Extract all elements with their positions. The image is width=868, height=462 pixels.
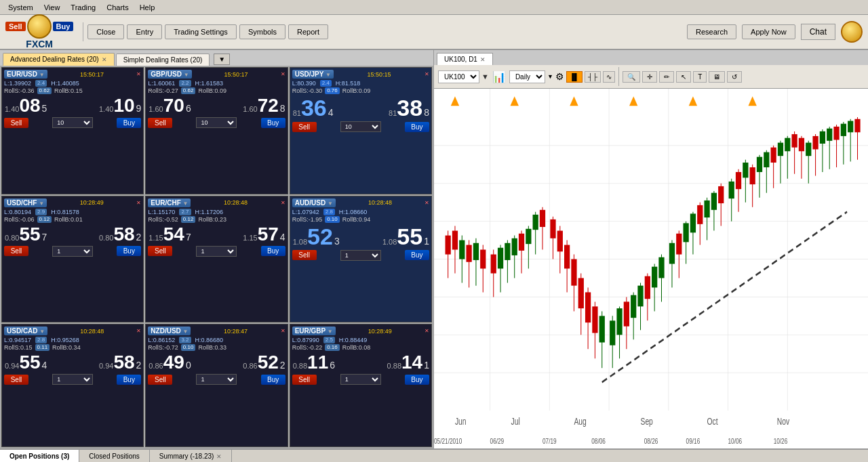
symbol-label[interactable]: GBP/USD ▼ xyxy=(148,70,191,79)
symbol-label[interactable]: AUD/USD ▼ xyxy=(292,198,336,207)
apply-now-button[interactable]: Apply Now xyxy=(742,24,795,39)
qty-select[interactable]: 1 xyxy=(52,246,93,257)
research-button[interactable]: Research xyxy=(687,24,736,39)
sell-button[interactable]: Sell xyxy=(4,118,28,128)
tab-simple-dealing-rates[interactable]: Simple Dealing Rates (20) xyxy=(116,54,210,66)
menu-charts[interactable]: Charts xyxy=(101,2,134,13)
sell-button[interactable]: Sell xyxy=(148,118,172,128)
rate-time: 15:50:15 xyxy=(367,71,391,78)
sell-button[interactable]: Sell xyxy=(4,246,28,256)
text-btn[interactable]: T xyxy=(693,71,707,83)
menu-trading[interactable]: Trading xyxy=(65,2,101,13)
tab-summary[interactable]: Summary (-18.23) ✕ xyxy=(150,450,233,462)
rates-options-button[interactable]: ▼ xyxy=(214,54,230,65)
buy-button[interactable]: Buy xyxy=(117,246,141,256)
zoom-btn[interactable]: 🔍 xyxy=(623,71,640,83)
svg-rect-55 xyxy=(550,219,555,238)
tab-advanced-close[interactable]: ✕ xyxy=(102,56,107,63)
rate-close-btn[interactable]: ✕ xyxy=(425,200,429,206)
trading-settings-button[interactable]: Trading Settings xyxy=(165,24,237,39)
qty-select[interactable]: 10 xyxy=(196,117,237,128)
dealing-rates-tabs: Advanced Dealing Rates (20) ✕ Simple Dea… xyxy=(0,50,433,66)
draw-btn[interactable]: ✏ xyxy=(659,71,674,83)
symbols-button[interactable]: Symbols xyxy=(239,24,285,39)
close-button[interactable]: Close xyxy=(87,24,124,39)
cursor-btn[interactable]: ↖ xyxy=(676,71,691,83)
rate-close-btn[interactable]: ✕ xyxy=(136,200,141,206)
gold-circle-button[interactable] xyxy=(841,21,863,43)
tab-advanced-dealing-rates[interactable]: Advanced Dealing Rates (20) ✕ xyxy=(3,53,115,66)
rate-close-btn[interactable]: ✕ xyxy=(425,328,429,334)
timeframe-select[interactable]: Daily xyxy=(509,70,545,83)
entry-button[interactable]: Entry xyxy=(127,24,162,39)
rate-close-btn[interactable]: ✕ xyxy=(281,71,285,77)
refresh-btn[interactable]: ↺ xyxy=(727,71,742,83)
symbol-select[interactable]: UK100 xyxy=(438,70,479,83)
menu-system[interactable]: System xyxy=(3,2,39,13)
tab-uk100[interactable]: UK100, D1 ✕ xyxy=(437,53,493,65)
svg-text:Sep: Sep xyxy=(641,417,653,427)
sell-button[interactable]: Sell xyxy=(148,246,172,256)
svg-rect-61 xyxy=(571,259,576,286)
sell-button[interactable]: Sell xyxy=(292,122,317,132)
monitor-btn[interactable]: 🖥 xyxy=(709,71,725,83)
buy-button[interactable]: Buy xyxy=(261,375,285,385)
qty-select[interactable]: 1 xyxy=(196,374,237,385)
summary-close[interactable]: ✕ xyxy=(216,453,222,460)
sell-button[interactable]: Sell xyxy=(292,375,317,385)
sell-badge[interactable]: Sell xyxy=(5,22,26,31)
symbol-label[interactable]: USD/CAD ▼ xyxy=(4,327,47,335)
sell-button[interactable]: Sell xyxy=(292,250,317,260)
sell-price-block: 1.60 70 6 xyxy=(148,96,191,115)
qty-select[interactable]: 1 xyxy=(340,250,381,261)
symbol-label[interactable]: EUR/USD ▼ xyxy=(4,70,47,79)
symbol-label[interactable]: EUR/GBP ▼ xyxy=(292,327,336,335)
buy-button[interactable]: Buy xyxy=(405,375,429,385)
sell-button[interactable]: Sell xyxy=(4,375,28,385)
symbol-label[interactable]: NZD/USD ▼ xyxy=(148,327,191,335)
rate-card-audusd: AUD/USD ▼ 10:28:48 ✕ L:1.07942 2.8 H:1.0… xyxy=(290,196,432,323)
rate-close-btn[interactable]: ✕ xyxy=(281,328,285,334)
chart-tab-close[interactable]: ✕ xyxy=(480,56,486,63)
qty-select[interactable]: 1 xyxy=(340,374,381,385)
rate-close-btn[interactable]: ✕ xyxy=(425,71,429,77)
line-chart-btn[interactable]: ∿ xyxy=(603,71,615,83)
buy-button[interactable]: Buy xyxy=(261,118,285,128)
buy-button[interactable]: Buy xyxy=(405,250,429,260)
svg-rect-79 xyxy=(637,286,643,307)
sell-button[interactable]: Sell xyxy=(148,375,172,385)
menu-help[interactable]: Help xyxy=(134,2,161,13)
menu-view[interactable]: View xyxy=(39,2,66,13)
rate-close-btn[interactable]: ✕ xyxy=(136,328,141,334)
rate-time: 10:28:48 xyxy=(224,199,248,206)
buy-button[interactable]: Buy xyxy=(261,246,285,256)
qty-select[interactable]: 10 xyxy=(340,121,381,132)
chat-button[interactable]: Chat xyxy=(801,24,835,40)
right-panel: UK100, D1 ✕ UK100 ▼ 📊 Daily ▼ ⚙ ▐▌ ┤├ ∿ xyxy=(434,50,868,448)
qty-select[interactable]: 10 xyxy=(52,117,93,128)
chart-toolbar-sep1 xyxy=(618,67,619,86)
tab-closed-positions[interactable]: Closed Positions xyxy=(79,450,149,462)
bar-chart-btn[interactable]: ┤├ xyxy=(585,71,601,83)
buy-button[interactable]: Buy xyxy=(405,122,429,132)
buy-sell-row: Sell 1 Buy xyxy=(292,374,429,385)
buy-badge[interactable]: Buy xyxy=(53,22,74,31)
report-button[interactable]: Report xyxy=(288,24,328,39)
symbol-label[interactable]: USD/CHF ▼ xyxy=(4,198,47,207)
svg-rect-93 xyxy=(690,213,696,232)
left-panel: Advanced Dealing Rates (20) ✕ Simple Dea… xyxy=(0,50,434,448)
buy-button[interactable]: Buy xyxy=(117,118,141,128)
rate-close-btn[interactable]: ✕ xyxy=(281,200,285,206)
symbol-label[interactable]: USD/JPY ▼ xyxy=(292,70,334,79)
candlestick-btn[interactable]: ▐▌ xyxy=(566,71,583,83)
tab-open-positions[interactable]: Open Positions (3) xyxy=(0,450,79,462)
symbol-label[interactable]: EUR/CHF ▼ xyxy=(148,198,191,207)
buy-sell-row: Sell 10 Buy xyxy=(292,121,429,132)
crosshair-btn[interactable]: ✛ xyxy=(642,71,657,83)
rate-time: 10:28:49 xyxy=(80,199,104,206)
closed-positions-label: Closed Positions xyxy=(89,453,139,460)
qty-select[interactable]: 1 xyxy=(52,374,93,385)
rate-close-btn[interactable]: ✕ xyxy=(136,71,141,77)
buy-button[interactable]: Buy xyxy=(117,375,141,385)
qty-select[interactable]: 1 xyxy=(196,246,237,257)
